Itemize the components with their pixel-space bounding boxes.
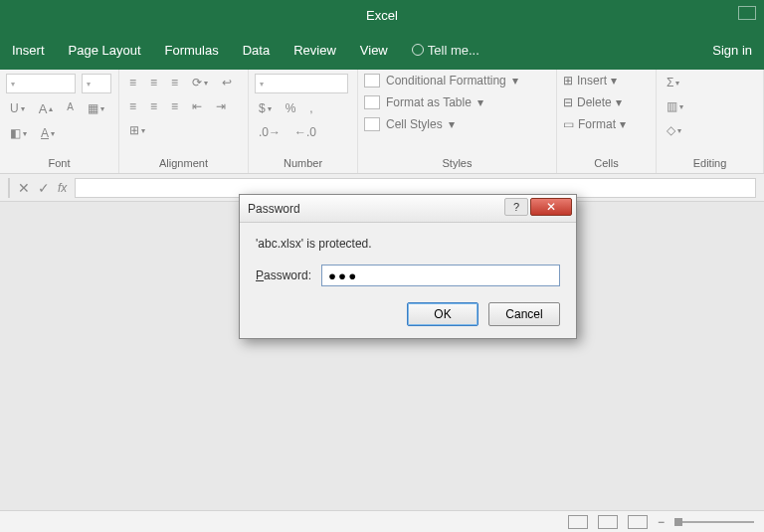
dialog-message: 'abc.xlsx' is protected. bbox=[256, 237, 560, 251]
close-icon: ✕ bbox=[546, 200, 556, 214]
group-label-styles: Styles bbox=[364, 155, 550, 171]
font-color-button[interactable]: A▾ bbox=[37, 124, 59, 142]
tab-review[interactable]: Review bbox=[293, 43, 336, 58]
conditional-formatting-button[interactable]: Conditional Formatting▾ bbox=[364, 74, 518, 88]
orientation-button[interactable]: ⟳▾ bbox=[188, 74, 212, 91]
ribbon-tabs: Insert Page Layout Formulas Data Review … bbox=[0, 30, 764, 70]
align-bottom-button[interactable]: ≡ bbox=[167, 74, 182, 91]
group-editing: Σ▾ ▥▾ ◇▾ Editing bbox=[657, 70, 764, 173]
underline-button[interactable]: U▾ bbox=[6, 99, 29, 117]
comma-button[interactable]: , bbox=[305, 99, 316, 117]
group-label-alignment: Alignment bbox=[125, 155, 242, 171]
font-size-dropdown[interactable]: ▾ bbox=[82, 74, 111, 93]
ribbon: ▾ ▾ U▾ A▴ A ▦▾ ◧▾ A▾ Font ≡ ≡ ≡ ⟳▾ ↩ ≡ ≡… bbox=[0, 70, 764, 174]
tab-formulas[interactable]: Formulas bbox=[165, 43, 219, 58]
group-label-font: Font bbox=[6, 155, 112, 171]
align-top-button[interactable]: ≡ bbox=[125, 74, 140, 91]
fill-color-button[interactable]: ◧▾ bbox=[6, 124, 31, 142]
dialog-close-button[interactable]: ✕ bbox=[530, 198, 572, 216]
group-font: ▾ ▾ U▾ A▴ A ▦▾ ◧▾ A▾ Font bbox=[0, 70, 119, 173]
decrease-indent-button[interactable]: ⇤ bbox=[188, 97, 206, 115]
increase-indent-button[interactable]: ⇥ bbox=[212, 97, 230, 115]
dialog-title: Password bbox=[248, 202, 300, 216]
sign-in-link[interactable]: Sign in bbox=[712, 43, 752, 58]
password-input[interactable] bbox=[321, 265, 560, 286]
increase-decimal-button[interactable]: .0→ bbox=[255, 123, 285, 141]
format-icon: ▭ bbox=[563, 117, 574, 131]
dialog-help-button[interactable]: ? bbox=[504, 198, 528, 216]
page-break-view-button[interactable] bbox=[628, 515, 648, 529]
tab-data[interactable]: Data bbox=[243, 43, 270, 58]
dialog-titlebar[interactable]: Password ? ✕ bbox=[240, 195, 576, 223]
status-bar: − bbox=[0, 510, 764, 532]
delete-icon: ⊟ bbox=[563, 95, 573, 109]
group-number: ▾ $▾ % , .0→ ←.0 Number bbox=[249, 70, 358, 173]
password-dialog: Password ? ✕ 'abc.xlsx' is protected. Pa… bbox=[239, 194, 577, 339]
align-left-button[interactable]: ≡ bbox=[125, 97, 140, 115]
border-button[interactable]: ▦▾ bbox=[84, 99, 108, 117]
page-layout-view-button[interactable] bbox=[598, 515, 618, 529]
zoom-slider[interactable] bbox=[674, 521, 754, 523]
grow-font-button[interactable]: A▴ bbox=[35, 99, 58, 118]
tab-page-layout[interactable]: Page Layout bbox=[69, 43, 141, 58]
group-alignment: ≡ ≡ ≡ ⟳▾ ↩ ≡ ≡ ≡ ⇤ ⇥ ⊞▾ Alignment bbox=[119, 70, 249, 173]
autosum-button[interactable]: Σ▾ bbox=[663, 74, 683, 91]
decrease-decimal-button[interactable]: ←.0 bbox=[290, 123, 320, 141]
cancel-formula-button[interactable]: ✕ bbox=[18, 180, 30, 196]
insert-icon: ⊞ bbox=[563, 74, 573, 88]
group-label-editing: Editing bbox=[663, 155, 757, 171]
zoom-out-button[interactable]: − bbox=[658, 515, 665, 529]
normal-view-button[interactable] bbox=[568, 515, 588, 529]
delete-cells-button[interactable]: ⊟Delete▾ bbox=[563, 95, 622, 109]
font-name-dropdown[interactable]: ▾ bbox=[6, 74, 76, 93]
password-label: Password: bbox=[256, 268, 311, 282]
format-as-table-button[interactable]: Format as Table▾ bbox=[364, 95, 483, 109]
table-icon bbox=[364, 95, 380, 109]
wrap-text-button[interactable]: ↩ bbox=[218, 74, 236, 91]
cell-styles-button[interactable]: Cell Styles▾ bbox=[364, 117, 455, 131]
align-middle-button[interactable]: ≡ bbox=[146, 74, 161, 91]
align-center-button[interactable]: ≡ bbox=[146, 97, 161, 115]
title-bar: Excel bbox=[0, 0, 764, 30]
percent-button[interactable]: % bbox=[282, 99, 300, 117]
group-styles: Conditional Formatting▾ Format as Table▾… bbox=[358, 70, 557, 173]
group-cells: ⊞Insert▾ ⊟Delete▾ ▭Format▾ Cells bbox=[557, 70, 657, 173]
number-format-dropdown[interactable]: ▾ bbox=[255, 74, 348, 93]
currency-button[interactable]: $▾ bbox=[255, 99, 276, 117]
clear-button[interactable]: ◇▾ bbox=[663, 121, 685, 139]
name-box[interactable] bbox=[8, 178, 10, 198]
cancel-button[interactable]: Cancel bbox=[488, 302, 560, 326]
merge-button[interactable]: ⊞▾ bbox=[125, 121, 149, 139]
bulb-icon bbox=[412, 44, 424, 56]
format-cells-button[interactable]: ▭Format▾ bbox=[563, 117, 626, 131]
cell-styles-icon bbox=[364, 117, 380, 131]
fx-button[interactable]: fx bbox=[58, 181, 67, 195]
tab-view[interactable]: View bbox=[360, 43, 388, 58]
fill-button[interactable]: ▥▾ bbox=[663, 97, 687, 115]
group-label-number: Number bbox=[255, 155, 351, 171]
conditional-formatting-icon bbox=[364, 74, 380, 88]
group-label-cells: Cells bbox=[563, 155, 650, 171]
shrink-font-button[interactable]: A bbox=[63, 99, 78, 114]
accept-formula-button[interactable]: ✓ bbox=[38, 180, 50, 196]
align-right-button[interactable]: ≡ bbox=[167, 97, 182, 115]
app-title: Excel bbox=[366, 8, 398, 23]
restore-icon[interactable] bbox=[738, 6, 756, 20]
ok-button[interactable]: OK bbox=[407, 302, 478, 326]
tell-me[interactable]: Tell me... bbox=[412, 43, 479, 58]
insert-cells-button[interactable]: ⊞Insert▾ bbox=[563, 74, 617, 88]
window-controls bbox=[738, 6, 756, 20]
tab-insert[interactable]: Insert bbox=[12, 43, 45, 58]
